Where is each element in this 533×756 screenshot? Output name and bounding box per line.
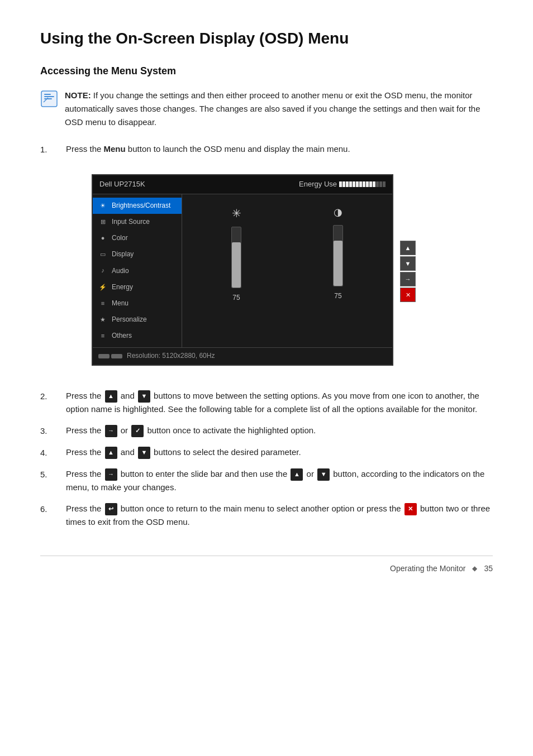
energy-label: Energy Use xyxy=(299,179,337,190)
up-button[interactable]: ▲ xyxy=(400,241,416,255)
up-btn-inline-5: ▲ xyxy=(291,468,303,481)
page-footer: Operating the Monitor ◆ 35 xyxy=(40,556,493,575)
menu-brightness-label: Brightness/Contrast xyxy=(112,200,170,211)
dot-rect-2 xyxy=(111,354,122,358)
display-icon: ▭ xyxy=(98,250,107,259)
osd-sliders: ✳ 75 ◑ 75 xyxy=(182,194,392,348)
right-button[interactable]: → xyxy=(400,272,416,286)
up-btn-inline-4: ▲ xyxy=(105,447,117,459)
color-icon: ● xyxy=(98,234,107,243)
note-icon xyxy=(40,90,58,108)
step-6-content: Press the ↩ button once to return to the… xyxy=(66,502,493,529)
brightness-fill xyxy=(232,242,241,288)
brightness-value: 75 xyxy=(232,293,240,303)
osd-model: Dell UP2715K xyxy=(99,179,145,190)
down-btn-inline-4: ▼ xyxy=(138,447,150,459)
footer-page-num: 35 xyxy=(484,563,493,575)
osd-diagram-item: Dell UP2715K Energy Use xyxy=(40,164,493,379)
step-3-num: 3. xyxy=(40,424,56,438)
dot-rect-1 xyxy=(98,354,110,358)
menu-audio-label: Audio xyxy=(112,266,129,276)
energy-bar: Energy Use xyxy=(299,179,386,190)
energy-segments xyxy=(339,181,386,187)
step-3-content: Press the → or ✓ button once to activate… xyxy=(66,424,493,438)
menu-menu[interactable]: ≡ Menu xyxy=(93,295,182,312)
note-label: NOTE: xyxy=(65,90,91,100)
step-6-num: 6. xyxy=(40,502,56,529)
step-4-content: Press the ▲ and ▼ buttons to select the … xyxy=(66,446,493,460)
footer-diamond-icon: ◆ xyxy=(472,563,477,573)
step-5: 5. Press the → button to enter the slide… xyxy=(40,467,493,494)
step-4-num: 4. xyxy=(40,446,56,460)
step-3: 3. Press the → or ✓ button once to activ… xyxy=(40,424,493,438)
menu-brightness[interactable]: ☀ Brightness/Contrast xyxy=(93,198,182,214)
menu-others-label: Others xyxy=(112,331,132,341)
brightness-track xyxy=(231,227,241,288)
contrast-track xyxy=(333,225,343,286)
input-icon: ⊞ xyxy=(98,218,107,227)
note-text: NOTE: If you change the settings and the… xyxy=(65,89,493,129)
section-subtitle: Accessing the Menu System xyxy=(40,64,493,79)
note-box: NOTE: If you change the settings and the… xyxy=(40,89,493,129)
step-2-content: Press the ▲ and ▼ buttons to move betwee… xyxy=(66,389,493,416)
slider-contrast: ◑ 75 xyxy=(333,204,343,302)
menu-personalize-label: Personalize xyxy=(112,314,147,325)
others-icon: ≡ xyxy=(98,332,107,341)
step-2: 2. Press the ▲ and ▼ buttons to move bet… xyxy=(40,389,493,416)
menu-display-label: Display xyxy=(112,249,134,260)
osd-mockup: Dell UP2715K Energy Use xyxy=(92,174,393,366)
osd-resolution: Resolution: 5120x2880, 60Hz xyxy=(127,351,215,361)
menu-input-label: Input Source xyxy=(112,217,150,227)
close-btn-inline: ✕ xyxy=(404,503,417,515)
up-btn-inline: ▲ xyxy=(105,390,117,403)
step-5-num: 5. xyxy=(40,467,56,494)
check-btn-inline: ✓ xyxy=(131,425,144,437)
down-button[interactable]: ▼ xyxy=(400,256,416,271)
menu-color[interactable]: ● Color xyxy=(93,230,182,246)
down-btn-inline: ▼ xyxy=(138,390,150,403)
osd-header: Dell UP2715K Energy Use xyxy=(93,175,392,194)
slider-brightness: ✳ 75 xyxy=(231,204,241,303)
step-1: 1. Press the Menu button to launch the O… xyxy=(40,142,493,156)
note-body: If you change the settings and then eith… xyxy=(65,90,480,127)
menu-energy[interactable]: ⚡ Energy xyxy=(93,279,182,295)
menu-color-label: Color xyxy=(112,233,128,243)
contrast-icon: ◑ xyxy=(334,204,342,221)
menu-personalize[interactable]: ★ Personalize xyxy=(93,312,182,328)
down-btn-inline-5: ▼ xyxy=(317,468,330,481)
personalize-icon: ★ xyxy=(98,315,107,324)
step-4: 4. Press the ▲ and ▼ buttons to select t… xyxy=(40,446,493,460)
step-5-content: Press the → button to enter the slide ba… xyxy=(66,467,493,494)
menu-icon: ≡ xyxy=(98,299,107,308)
footer-dots xyxy=(98,354,122,358)
steps-list: 1. Press the Menu button to launch the O… xyxy=(40,142,493,529)
menu-input-source[interactable]: ⊞ Input Source xyxy=(93,214,182,230)
right-btn-inline-5: → xyxy=(105,468,117,481)
osd-menu: ☀ Brightness/Contrast ⊞ Input Source ● C… xyxy=(93,194,182,348)
step-1-num: 1. xyxy=(40,142,56,156)
energy-icon: ⚡ xyxy=(98,283,107,291)
osd-footer: Resolution: 5120x2880, 60Hz xyxy=(93,347,392,364)
menu-menu-label: Menu xyxy=(112,298,129,309)
footer-label: Operating the Monitor xyxy=(390,563,465,575)
menu-energy-label: Energy xyxy=(112,282,133,293)
brightness-icon: ☀ xyxy=(98,201,107,210)
back-btn-inline: ↩ xyxy=(105,503,117,515)
step-6: 6. Press the ↩ button once to return to … xyxy=(40,502,493,529)
menu-display[interactable]: ▭ Display xyxy=(93,246,182,262)
osd-controls: ▲ ▼ → ✕ xyxy=(400,241,416,302)
contrast-fill xyxy=(334,241,342,286)
brightness-sun-icon: ✳ xyxy=(232,204,241,222)
osd-body: ☀ Brightness/Contrast ⊞ Input Source ● C… xyxy=(93,194,392,348)
audio-icon: ♪ xyxy=(98,266,107,275)
step-2-num: 2. xyxy=(40,389,56,416)
menu-others[interactable]: ≡ Others xyxy=(93,328,182,344)
contrast-value: 75 xyxy=(334,291,341,302)
menu-audio[interactable]: ♪ Audio xyxy=(93,263,182,279)
page-title: Using the On-Screen Display (OSD) Menu xyxy=(40,27,493,50)
step-1-content: Press the Menu button to launch the OSD … xyxy=(66,142,493,156)
right-btn-inline-3: → xyxy=(105,425,117,437)
close-button[interactable]: ✕ xyxy=(400,288,416,302)
